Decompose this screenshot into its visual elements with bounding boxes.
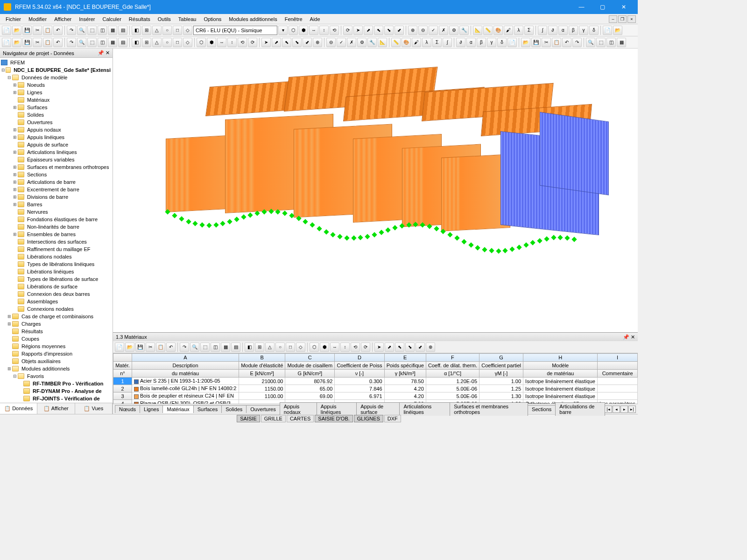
toolbar-button[interactable]: ✂ [33,26,42,35]
tree-node[interactable]: RF-TIMBER Pro - Vérification [1,380,112,387]
toolbar-button[interactable]: ○ [162,26,172,35]
tree-node[interactable]: ⊞Barres [1,201,112,208]
toolbar-button[interactable]: γ [487,38,496,47]
tree-node[interactable]: Intersections des surfaces [1,238,112,245]
table-tab[interactable]: Appuis linéiques [317,402,357,416]
tree-node[interactable]: ⊞Appuis nodaux [1,126,112,133]
toolbar-button[interactable]: ◇ [296,343,305,352]
toolbar-button[interactable]: ⟳ [343,26,352,35]
toolbar-button[interactable]: ▦ [617,38,626,47]
toolbar-button[interactable]: 🔧 [459,26,469,35]
toolbar-button[interactable]: ➤ [374,343,384,352]
toolbar-button[interactable]: 📋 [156,343,165,352]
tree-node[interactable]: Matériaux [1,96,112,104]
toolbar-button[interactable]: ↔ [309,26,318,35]
toolbar-button[interactable]: 📋 [43,38,52,47]
toolbar-button[interactable]: β [569,26,578,35]
toolbar-button[interactable]: 📂 [613,26,622,35]
table-tab[interactable]: Lignes [140,405,163,413]
toolbar-button[interactable]: ⟲ [330,26,339,35]
table-tab[interactable]: Appuis nodaux [280,402,317,416]
toolbar-button[interactable]: ⊕ [313,38,322,47]
toolbar-button[interactable]: ✂ [542,38,551,47]
tree-node[interactable]: Objets auxiliaires [1,357,112,365]
status-toggle[interactable]: DXF [384,415,401,422]
toolbar-button[interactable]: ∫ [443,38,452,47]
toolbar-button[interactable]: ⊕ [408,26,417,35]
table-tab[interactable]: Matériaux [162,405,193,413]
toolbar-button[interactable]: ↷ [67,38,76,47]
tree-node[interactable]: ⊞Surfaces et membranes orthotropes [1,163,112,171]
maximize-button[interactable]: ▢ [592,0,613,14]
toolbar-button[interactable]: 💾 [22,26,32,35]
combo-dropdown[interactable]: ▾ [278,26,288,35]
table-tab[interactable]: Sections [528,405,556,413]
menu-options[interactable]: Options [200,15,225,23]
toolbar-button[interactable]: ⬢ [299,26,308,35]
toolbar-button[interactable]: ▤ [118,38,127,47]
table-tab[interactable]: Surfaces et membranes orthotropes [450,402,528,416]
toolbar-button[interactable]: ✗ [347,38,356,47]
status-toggle[interactable]: SAISIE [237,415,260,422]
table-tab[interactable]: Nœuds [115,405,140,413]
toolbar-button[interactable]: 📂 [125,343,134,352]
toolbar-button[interactable]: ✂ [33,38,42,47]
status-toggle[interactable]: CARTES [287,415,314,422]
toolbar-button[interactable]: ▤ [231,343,240,352]
toolbar-button[interactable]: λ [422,38,431,47]
toolbar-button[interactable]: ↔ [217,38,226,47]
menu-modules additionnels[interactable]: Modules additionnels [225,15,281,23]
status-toggle[interactable]: GLIGNES [354,415,383,422]
toolbar-button[interactable]: 📂 [12,26,21,35]
toolbar-button[interactable]: λ [514,26,523,35]
toolbar-button[interactable]: ◧ [132,26,141,35]
toolbar-button[interactable]: ⬋ [303,38,312,47]
toolbar-button[interactable]: ∫ [538,26,547,35]
tree-node[interactable]: ⊞Divisions de barre [1,193,112,201]
toolbar-button[interactable]: ⬋ [416,343,425,352]
toolbar-button[interactable]: 💾 [531,38,541,47]
tree-node[interactable]: Régions moyennes [1,343,112,350]
toolbar-button[interactable]: ▦ [108,26,117,35]
tree-node[interactable]: ⊞Noeuds [1,81,112,89]
toolbar-button[interactable]: ↕ [340,343,350,352]
tree-node[interactable]: ⊞Articulations de barre [1,178,112,186]
tree-node[interactable]: ⊞Cas de charge et combinaisons [1,313,112,320]
toolbar-button[interactable]: ✂ [146,343,155,352]
status-toggle[interactable]: GRILLE [261,415,286,422]
toolbar-button[interactable]: 📂 [12,38,21,47]
tree-node[interactable]: Libérations linéiques [1,268,112,275]
table-tab[interactable]: Surfaces [193,405,222,413]
toolbar-button[interactable]: ⊖ [418,26,428,35]
tree-node[interactable]: Nervures [1,208,112,216]
toolbar-button[interactable]: △ [152,38,162,47]
mdi-minimize[interactable]: – [609,15,617,23]
toolbar-button[interactable]: ↶ [166,343,176,352]
menu-outils[interactable]: Outils [154,15,175,23]
tree-node[interactable]: Types de libérations de surface [1,275,112,283]
menu-afficher[interactable]: Afficher [50,15,75,23]
tree-node[interactable]: ⊞Sections [1,171,112,178]
toolbar-button[interactable]: ⬡ [289,26,298,35]
tree-node[interactable]: ⊞Appuis linéiques [1,133,112,141]
toolbar-button[interactable]: ⬚ [87,38,97,47]
toolbar-button[interactable]: ◫ [98,26,107,35]
menu-fenêtre[interactable]: Fenêtre [281,15,306,23]
nav-tab-vues[interactable]: 📋 Vues [75,403,113,414]
menu-aide[interactable]: Aide [306,15,324,23]
toolbar-button[interactable]: 📋 [552,38,561,47]
minimize-button[interactable]: — [571,0,592,14]
toolbar-button[interactable]: ✓ [337,38,346,47]
toolbar-button[interactable]: ⬈ [385,343,394,352]
toolbar-button[interactable]: ⬉ [395,343,404,352]
toolbar-button[interactable]: α [466,38,476,47]
toolbar-button[interactable]: ⬚ [200,343,210,352]
tree-node[interactable]: Types de libérations linéiques [1,260,112,268]
tree-node[interactable]: ⊟NDC_LE BOUPERE_Gde Salle* [Extensi [1,66,112,74]
table-tab[interactable]: Appuis de surface [356,402,400,416]
table-nav-button[interactable]: ▸ [620,406,628,413]
toolbar-button[interactable]: 🔍 [77,38,86,47]
table-tab[interactable]: Solides [221,405,247,413]
toolbar-button[interactable]: ◇ [183,26,192,35]
toolbar-button[interactable]: ⊖ [326,38,336,47]
